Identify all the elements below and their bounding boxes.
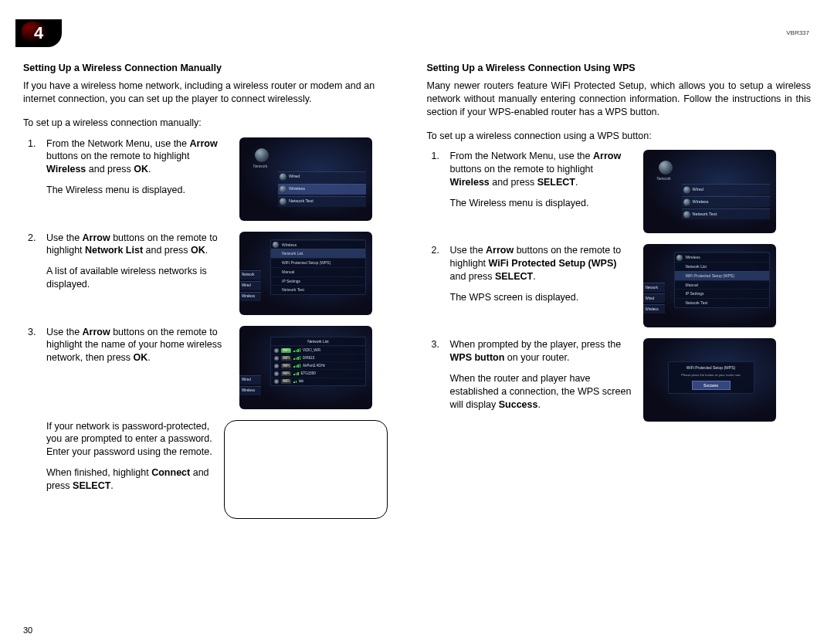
step-1-text: From the Network Menu, use the Arrow but… xyxy=(46,137,232,205)
intro-wps: Many newer routers feature WiFi Protecte… xyxy=(427,80,812,119)
intro-manual: If you have a wireless home network, inc… xyxy=(23,80,408,106)
step-2-text: Use the Arrow buttons on the remote to h… xyxy=(46,232,232,300)
section-title-manual: Setting Up a Wireless Connection Manuall… xyxy=(23,62,408,75)
wps-step-3-text: When prompted by the player, press the W… xyxy=(450,338,636,419)
thumb-wps-submenu: Network Wired Wireless Wireless Network … xyxy=(643,244,776,327)
page-content: Setting Up a Wireless Connection Manuall… xyxy=(23,62,811,629)
model-code: VBR337 xyxy=(786,29,809,38)
lead-wps: To set up a wireless connection using a … xyxy=(427,130,812,143)
section-title-wps: Setting Up a Wireless Connection Using W… xyxy=(427,62,812,75)
step-3: Use the Arrow buttons on the remote to h… xyxy=(23,326,408,409)
thumb-wps-network-menu: Network Wired Wireless Network Test xyxy=(643,150,776,233)
step-2: Use the Arrow buttons on the remote to h… xyxy=(23,232,408,315)
steps-manual: From the Network Menu, use the Arrow but… xyxy=(23,137,408,519)
chapter-badge: 4 xyxy=(15,19,62,47)
thumb-wps-success: WiFi Protected Setup (WPS) Please press … xyxy=(643,338,776,422)
thumb-wireless-submenu: Network Wired Wireless Wireless Network … xyxy=(239,232,372,315)
lead-manual: To set up a wireless connection manually… xyxy=(23,117,408,130)
blank-placeholder-box xyxy=(224,420,388,519)
left-column: Setting Up a Wireless Connection Manuall… xyxy=(23,62,408,629)
thumb-network-list: Wired Wireless Network List WiFiVIZIO_Wi… xyxy=(239,326,372,409)
step-3-text: Use the Arrow buttons on the remote to h… xyxy=(46,326,232,373)
page-number: 30 xyxy=(23,625,32,636)
thumb-network-menu: Network Wired Wireless Network Test xyxy=(239,137,372,221)
wps-step-2: Use the Arrow buttons on the remote to h… xyxy=(427,244,812,327)
chapter-number: 4 xyxy=(34,22,43,45)
step-password: If your network is password-protected, y… xyxy=(23,420,408,519)
steps-wps: From the Network Menu, use the Arrow but… xyxy=(427,150,812,422)
right-column: Setting Up a Wireless Connection Using W… xyxy=(427,62,812,629)
step-1: From the Network Menu, use the Arrow but… xyxy=(23,137,408,221)
step-password-text: If your network is password-protected, y… xyxy=(46,420,224,500)
wps-step-1: From the Network Menu, use the Arrow but… xyxy=(427,150,812,233)
wps-step-3: When prompted by the player, press the W… xyxy=(427,338,812,422)
wps-step-1-text: From the Network Menu, use the Arrow but… xyxy=(450,150,636,218)
wps-step-2-text: Use the Arrow buttons on the remote to h… xyxy=(450,244,636,312)
